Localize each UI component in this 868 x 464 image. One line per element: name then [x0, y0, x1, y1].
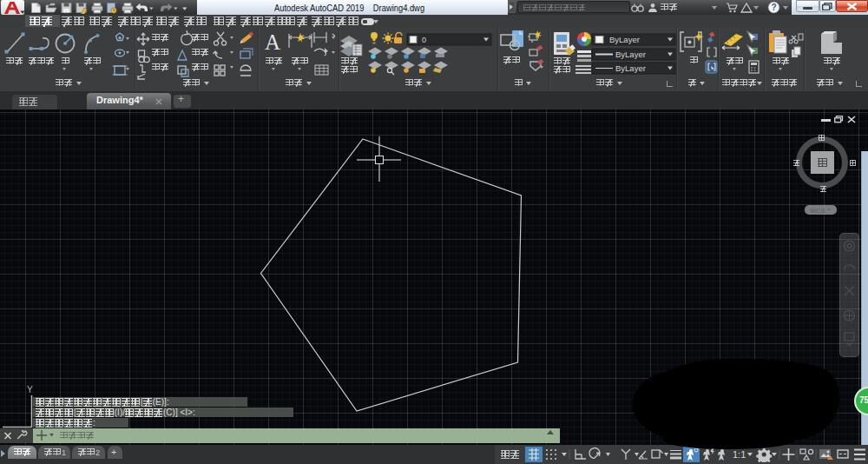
svg-text:Y: Y: [27, 385, 33, 394]
svg-text:?: ?: [771, 3, 776, 12]
svg-text:1:1: 1:1: [733, 449, 746, 460]
svg-text:0: 0: [422, 36, 426, 44]
svg-text:ByLayer: ByLayer: [615, 50, 646, 59]
svg-text:ByLayer: ByLayer: [609, 35, 640, 44]
svg-text:ByLayer: ByLayer: [615, 63, 646, 73]
